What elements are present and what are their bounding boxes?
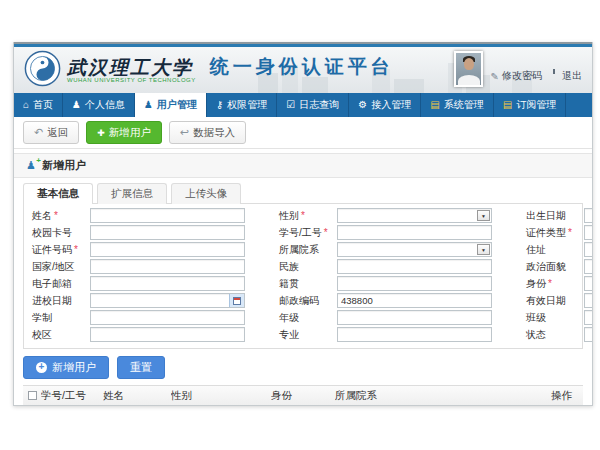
identity-input[interactable] [585, 277, 593, 290]
birth-date-input[interactable] [585, 209, 593, 222]
name-input[interactable] [91, 209, 244, 222]
column-header-gender: 性别 [171, 389, 271, 403]
dropdown-arrow-icon[interactable]: ▼ [477, 210, 490, 221]
form-row-class: 班级 [526, 310, 593, 325]
user-icon: ♟ [72, 100, 81, 110]
campus-input[interactable] [91, 328, 244, 341]
form-row-campus-card: 校园卡号 [32, 225, 245, 240]
required-asterisk: * [548, 278, 552, 289]
nav-item-log-query[interactable]: ☑ 日志查询 [277, 93, 349, 117]
user-avatar[interactable] [454, 51, 483, 87]
form-row-department: 所属院系 ▼ [279, 242, 492, 257]
email-input[interactable] [91, 277, 244, 290]
form-row-email: 电子邮箱 [32, 276, 245, 291]
country-input[interactable] [91, 260, 244, 273]
field-label: 班级 [526, 311, 584, 325]
section-header: ♟+ 新增用户 [14, 153, 592, 178]
main-nav: ⌂ 首页 ♟ 个人信息 ♟ 用户管理 ⚷ 权限管理 ☑ 日志查询 ⚙ 接入管理 … [14, 93, 592, 117]
nav-item-personal-info[interactable]: ♟ 个人信息 [63, 93, 135, 117]
ethnicity-input[interactable] [338, 260, 491, 273]
power-icon [550, 72, 559, 81]
change-password-link[interactable]: ✎ 修改密码 [491, 69, 542, 83]
address-input[interactable] [585, 243, 593, 256]
nav-label: 用户管理 [157, 98, 197, 112]
tab-upload-avatar[interactable]: 上传头像 [171, 183, 241, 204]
required-asterisk: * [301, 210, 305, 221]
reset-button-label: 重置 [130, 360, 152, 375]
political-status-input[interactable] [585, 260, 593, 273]
field-label: 民族 [279, 260, 337, 274]
nav-label: 订阅管理 [516, 98, 556, 112]
gender-select[interactable] [338, 209, 476, 222]
status-input[interactable] [585, 328, 593, 341]
campus-card-input[interactable] [91, 226, 244, 239]
results-table-header: 学号/工号 姓名 性别 身份 所属院系 操作 [23, 385, 583, 406]
masthead: 武汉理工大学 WUHAN UNIVERSITY OF TECHNOLOGY 统一… [14, 47, 592, 93]
form-row-identity: 身份* [526, 276, 593, 291]
calendar-icon[interactable] [229, 294, 244, 307]
column-header-student-id: 学号/工号 [41, 389, 103, 403]
nav-item-user-management[interactable]: ♟ 用户管理 [135, 93, 207, 117]
nav-item-subscription-management[interactable]: ▤ 订阅管理 [494, 93, 566, 117]
dropdown-arrow-icon[interactable]: ▼ [477, 244, 490, 255]
nav-item-system-management[interactable]: ▤ 系统管理 [421, 93, 493, 117]
data-import-button[interactable]: ↩ 数据导入 [169, 121, 246, 144]
field-label: 状态 [526, 328, 584, 342]
valid-date-input[interactable] [585, 294, 593, 307]
tab-extended-info[interactable]: 扩展信息 [97, 183, 167, 204]
class-input[interactable] [585, 311, 593, 324]
add-user-submit-button[interactable]: + 新增用户 [23, 356, 109, 379]
student-id-input[interactable] [338, 226, 491, 239]
logout-link[interactable]: 退出 [550, 69, 582, 83]
form-row-id-type: 证件类型* [526, 225, 593, 240]
users-icon: ♟ [144, 100, 153, 110]
nav-item-permission-management[interactable]: ⚷ 权限管理 [207, 93, 277, 117]
form-row-valid-date: 有效日期 [526, 293, 593, 308]
university-name-block: 武汉理工大学 WUHAN UNIVERSITY OF TECHNOLOGY [67, 57, 196, 83]
tab-label: 扩展信息 [111, 187, 153, 201]
field-label: 有效日期 [526, 294, 584, 308]
postal-code-input[interactable] [338, 294, 491, 307]
form-row-gender: 性别* ▼ [279, 208, 492, 223]
grade-input[interactable] [338, 311, 491, 324]
back-arrow-icon: ↶ [34, 126, 43, 139]
education-length-input[interactable] [91, 311, 244, 324]
nav-label: 首页 [33, 98, 53, 112]
folder-icon: ▤ [503, 100, 512, 110]
reset-button[interactable]: 重置 [117, 356, 165, 379]
field-label: 籍贯 [279, 277, 337, 291]
field-label: 政治面貌 [526, 260, 584, 274]
form-row-postal-code: 邮政编码 [279, 293, 492, 308]
nav-item-home[interactable]: ⌂ 首页 [14, 93, 63, 117]
add-user-button-label: 新增用户 [109, 126, 151, 140]
major-input[interactable] [338, 328, 491, 341]
required-asterisk: * [568, 227, 572, 238]
plus-circle-icon: + [36, 362, 47, 373]
select-all-checkbox[interactable] [28, 391, 37, 400]
id-number-input[interactable] [91, 243, 244, 256]
column-header-department: 所属院系 [335, 389, 551, 403]
avatar-shirt [458, 75, 480, 87]
native-place-input[interactable] [338, 277, 491, 290]
column-header-name: 姓名 [103, 389, 171, 403]
nav-label: 接入管理 [371, 98, 411, 112]
field-label: 国家/地区 [32, 260, 90, 274]
back-button[interactable]: ↶ 返回 [23, 121, 79, 144]
gear-icon: ⚙ [358, 100, 367, 110]
logout-label: 退出 [562, 69, 582, 83]
masthead-right: ✎ 修改密码 退出 [454, 51, 582, 89]
id-type-input[interactable] [585, 226, 593, 239]
form-row-ethnicity: 民族 [279, 259, 492, 274]
department-select[interactable] [338, 243, 476, 256]
form-row-id-number: 证件号码* [32, 242, 245, 257]
data-import-button-label: 数据导入 [193, 126, 235, 140]
entry-date-input[interactable] [91, 294, 229, 307]
nav-item-access-management[interactable]: ⚙ 接入管理 [349, 93, 421, 117]
nav-label: 个人信息 [85, 98, 125, 112]
toolbar: ↶ 返回 ✚ 新增用户 ↩ 数据导入 [14, 117, 592, 149]
add-user-toolbar-button[interactable]: ✚ 新增用户 [86, 121, 162, 144]
log-check-icon: ☑ [286, 100, 295, 110]
tab-basic-info[interactable]: 基本信息 [23, 183, 93, 204]
university-logo-icon [24, 50, 61, 87]
form-row-native-place: 籍贯 [279, 276, 492, 291]
